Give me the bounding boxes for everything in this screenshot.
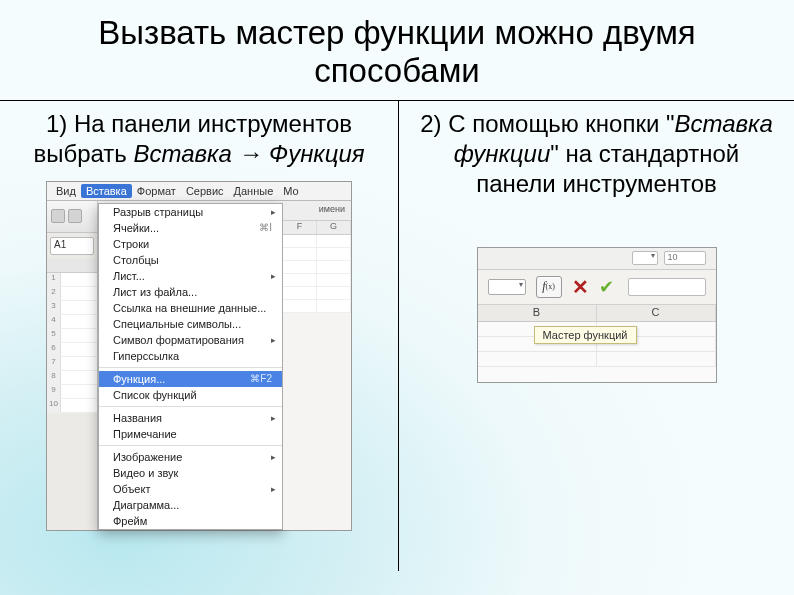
menu-format[interactable]: Формат [132, 184, 181, 198]
separator [99, 367, 282, 368]
separator [99, 406, 282, 407]
cell-reference-selector[interactable] [488, 279, 526, 295]
left-gutter: A1 1 2 3 4 5 6 7 8 9 10 [47, 201, 98, 530]
dd-names[interactable]: Названия [99, 410, 282, 426]
page-title: Вызвать мастер функции можно двумя спосо… [0, 0, 794, 100]
fx-button[interactable]: f(x) [536, 276, 562, 298]
toolbar-icon[interactable] [68, 209, 82, 223]
right-desc-pre: 2) С помощью кнопки " [420, 110, 674, 137]
menu-data[interactable]: Данные [229, 184, 279, 198]
toolbar-strip [47, 201, 97, 233]
menu-view[interactable]: Вид [51, 184, 81, 198]
name-box[interactable]: A1 [50, 237, 94, 255]
cancel-icon[interactable]: ✕ [572, 275, 589, 299]
dd-hyperlink[interactable]: Гиперссылка [99, 348, 282, 364]
menubar: Вид Вставка Формат Сервис Данные Mo [47, 182, 351, 201]
dd-frame[interactable]: Фрейм [99, 513, 282, 529]
column-headers: F G [283, 221, 351, 235]
column-left: 1) На панели инструментов выбрать Вставк… [0, 101, 398, 571]
col-header[interactable]: F [283, 221, 317, 234]
dd-sheet-from-file[interactable]: Лист из файла... [99, 284, 282, 300]
dd-function[interactable]: Функция...⌘F2 [99, 371, 282, 387]
menu-tools[interactable]: Сервис [181, 184, 229, 198]
dd-special-chars[interactable]: Специальные символы... [99, 316, 282, 332]
sheet-rows-gutter: 1 2 3 4 5 6 7 8 9 10 [47, 259, 97, 413]
col-header[interactable]: G [317, 221, 351, 234]
column-headers: B C [478, 305, 716, 322]
dd-object[interactable]: Объект [99, 481, 282, 497]
screenshot-fx-button: 10 f(x) ✕ ✔ B C Мастер функций [477, 247, 717, 383]
menu-mo[interactable]: Mo [278, 184, 303, 198]
font-selector[interactable] [632, 251, 658, 265]
dd-chart[interactable]: Диаграмма... [99, 497, 282, 513]
insert-dropdown: Разрыв страницы Ячейки...⌘I Строки Столб… [98, 203, 283, 530]
dd-formatting-mark[interactable]: Символ форматирования [99, 332, 282, 348]
dd-image[interactable]: Изображение [99, 449, 282, 465]
menu-insert[interactable]: Вставка [81, 184, 132, 198]
name-label: имени [283, 201, 351, 221]
dd-function-list[interactable]: Список функций [99, 387, 282, 403]
formula-input[interactable] [628, 278, 706, 296]
column-right: 2) С помощью кнопки "Вставка функции" на… [398, 101, 794, 571]
top-strip: 10 [478, 248, 716, 270]
fx-sub: (x) [546, 282, 555, 291]
toolbar-icon[interactable] [51, 209, 65, 223]
col-header[interactable]: B [478, 305, 597, 321]
sheet-right: имени F G [283, 201, 351, 530]
left-desc-italic: Вставка → Функция [134, 140, 365, 167]
font-size-input[interactable]: 10 [664, 251, 706, 265]
accept-icon[interactable]: ✔ [599, 276, 614, 298]
dd-sheet[interactable]: Лист... [99, 268, 282, 284]
dd-cells[interactable]: Ячейки...⌘I [99, 220, 282, 236]
dd-rows[interactable]: Строки [99, 236, 282, 252]
col-header[interactable]: C [597, 305, 716, 321]
fx-tooltip: Мастер функций [534, 326, 637, 344]
dd-columns[interactable]: Столбцы [99, 252, 282, 268]
screenshot-insert-menu: Вид Вставка Формат Сервис Данные Mo A1 1 [46, 181, 352, 531]
dd-page-break[interactable]: Разрыв страницы [99, 204, 282, 220]
separator [99, 445, 282, 446]
right-description: 2) С помощью кнопки "Вставка функции" на… [417, 109, 776, 199]
dd-video-audio[interactable]: Видео и звук [99, 465, 282, 481]
formula-row: f(x) ✕ ✔ [478, 270, 716, 305]
grid [283, 235, 351, 313]
dd-external-link[interactable]: Ссылка на внешние данные... [99, 300, 282, 316]
left-description: 1) На панели инструментов выбрать Вставк… [18, 109, 380, 169]
dd-comment[interactable]: Примечание [99, 426, 282, 442]
content-columns: 1) На панели инструментов выбрать Вставк… [0, 100, 794, 571]
